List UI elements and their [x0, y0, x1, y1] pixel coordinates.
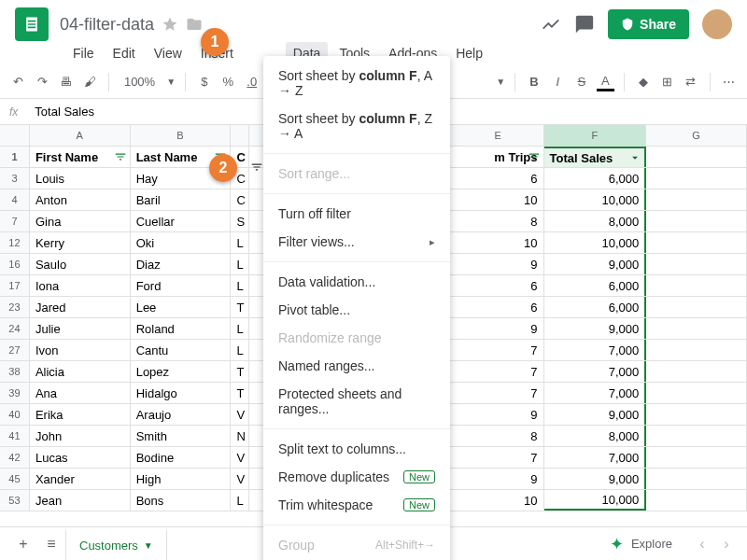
- cell-lastname[interactable]: Lee: [131, 297, 232, 317]
- cell-totalsales[interactable]: 6,000: [544, 297, 647, 317]
- col-header-g[interactable]: G: [646, 125, 747, 146]
- cell-lastname[interactable]: Hidalgo: [131, 383, 232, 403]
- header-firstname[interactable]: First Name: [30, 147, 131, 167]
- header-totalsales[interactable]: Total Sales: [544, 147, 647, 167]
- cell-c-partial[interactable]: L: [231, 490, 249, 511]
- cell-totalsales[interactable]: 7,000: [544, 447, 647, 468]
- all-sheets-button[interactable]: ≡: [37, 530, 65, 558]
- cell-trips[interactable]: 8: [453, 211, 544, 231]
- cell-trips[interactable]: 6: [453, 275, 544, 296]
- row-num[interactable]: 16: [0, 254, 30, 274]
- menu-help[interactable]: Help: [448, 42, 490, 64]
- menu-turn-off-filter[interactable]: Turn off filter: [263, 200, 450, 228]
- cell-c-partial[interactable]: L: [231, 254, 249, 274]
- cell-totalsales[interactable]: 9,000: [544, 318, 647, 339]
- cell-lastname[interactable]: Bodine: [131, 447, 232, 468]
- row-num[interactable]: 38: [0, 361, 30, 382]
- col-header-b[interactable]: B: [131, 125, 232, 146]
- row-num[interactable]: 41: [0, 426, 30, 446]
- cell-c-partial[interactable]: T: [231, 361, 249, 382]
- cell-c-partial[interactable]: N: [231, 426, 249, 446]
- scroll-right-icon[interactable]: ›: [715, 536, 738, 553]
- cell-lastname[interactable]: Roland: [131, 318, 232, 339]
- cell-firstname[interactable]: Erika: [30, 404, 131, 425]
- share-button[interactable]: Share: [608, 9, 689, 39]
- cell-c-partial[interactable]: L: [231, 275, 249, 296]
- print-icon[interactable]: 🖶: [57, 73, 75, 91]
- cell-c-partial[interactable]: S: [231, 211, 249, 231]
- row-num[interactable]: 7: [0, 211, 30, 231]
- cell-lastname[interactable]: Araujo: [131, 404, 232, 425]
- cell-firstname[interactable]: Iona: [30, 275, 131, 296]
- cell-trips[interactable]: 7: [453, 340, 544, 360]
- cell-c-partial[interactable]: V: [231, 469, 249, 489]
- cell-totalsales[interactable]: 8,000: [544, 211, 647, 231]
- cell-totalsales[interactable]: 7,000: [544, 383, 647, 403]
- scroll-left-icon[interactable]: ‹: [691, 536, 713, 553]
- merge-icon[interactable]: ⇄: [682, 73, 699, 91]
- menu-split-text[interactable]: Split text to columns...: [263, 435, 450, 463]
- row-num[interactable]: 42: [0, 447, 30, 468]
- comment-icon[interactable]: [574, 14, 595, 35]
- undo-icon[interactable]: ↶: [9, 73, 27, 91]
- cell-totalsales[interactable]: 9,000: [544, 404, 647, 425]
- cell-trips[interactable]: 9: [453, 318, 544, 339]
- row-num[interactable]: 17: [0, 275, 30, 296]
- cell-c-partial[interactable]: V: [231, 447, 249, 468]
- italic-icon[interactable]: I: [549, 73, 567, 91]
- borders-icon[interactable]: ⊞: [658, 73, 676, 91]
- cell-lastname[interactable]: Bons: [131, 490, 232, 511]
- percent-icon[interactable]: %: [219, 73, 237, 91]
- folder-move-icon[interactable]: [186, 16, 203, 33]
- add-sheet-button[interactable]: +: [9, 530, 37, 558]
- formula-input[interactable]: Total Sales: [35, 105, 94, 119]
- cell-totalsales[interactable]: 10,000: [544, 490, 647, 511]
- cell-totalsales[interactable]: 7,000: [544, 361, 647, 382]
- col-header-f[interactable]: F: [544, 125, 647, 146]
- menu-group[interactable]: GroupAlt+Shift+→: [263, 531, 450, 559]
- sheet-tab-customers[interactable]: Customers▼: [65, 528, 167, 560]
- cell-c-partial[interactable]: L: [231, 340, 249, 360]
- row-num[interactable]: 24: [0, 318, 30, 339]
- col-header-a[interactable]: A: [30, 125, 131, 146]
- header-trips[interactable]: m Trips: [453, 147, 544, 167]
- menu-edit[interactable]: Edit: [106, 42, 143, 64]
- cell-firstname[interactable]: Ivon: [30, 340, 131, 360]
- cell-lastname[interactable]: Diaz: [131, 254, 232, 274]
- currency-icon[interactable]: $: [195, 73, 213, 91]
- cell-c-partial[interactable]: C: [231, 189, 249, 210]
- menu-protected[interactable]: Protected sheets and ranges...: [263, 380, 450, 423]
- cell-trips[interactable]: 6: [453, 297, 544, 317]
- cell-firstname[interactable]: Alicia: [30, 361, 131, 382]
- cell-c-partial[interactable]: T: [231, 297, 249, 317]
- cell-firstname[interactable]: Louis: [30, 168, 131, 189]
- text-color-icon[interactable]: A: [597, 73, 614, 91]
- cell-totalsales[interactable]: 6,000: [544, 168, 647, 189]
- cell-lastname[interactable]: Cuellar: [131, 211, 232, 231]
- row-num[interactable]: 3: [0, 168, 30, 189]
- cell-firstname[interactable]: Kerry: [30, 232, 131, 253]
- strike-icon[interactable]: S: [572, 73, 590, 91]
- cell-firstname[interactable]: Gina: [30, 211, 131, 231]
- cell-lastname[interactable]: Ford: [131, 275, 232, 296]
- cell-trips[interactable]: 8: [453, 426, 544, 446]
- explore-button[interactable]: ✦ Explore: [599, 528, 684, 560]
- redo-icon[interactable]: ↷: [33, 73, 50, 91]
- menu-data-validation[interactable]: Data validation...: [263, 268, 450, 296]
- cell-lastname[interactable]: Baril: [131, 189, 232, 210]
- cell-totalsales[interactable]: 9,000: [544, 469, 647, 489]
- row-num[interactable]: 39: [0, 383, 30, 403]
- cell-totalsales[interactable]: 10,000: [544, 232, 647, 253]
- menu-sort-za[interactable]: Sort sheet by column F, Z → A: [263, 105, 450, 147]
- cell-lastname[interactable]: Smith: [131, 426, 232, 446]
- cell-trips[interactable]: 9: [453, 254, 544, 274]
- row-num[interactable]: 53: [0, 490, 30, 511]
- row-num[interactable]: 12: [0, 232, 30, 253]
- cell-trips[interactable]: 10: [453, 490, 544, 511]
- menu-sort-range[interactable]: Sort range...: [263, 160, 450, 188]
- menu-remove-duplicates[interactable]: Remove duplicatesNew: [263, 463, 450, 491]
- cell-lastname[interactable]: Lopez: [131, 361, 232, 382]
- zoom-select[interactable]: 100%: [119, 75, 161, 89]
- cell-trips[interactable]: 6: [453, 168, 544, 189]
- cell-trips[interactable]: 10: [453, 189, 544, 210]
